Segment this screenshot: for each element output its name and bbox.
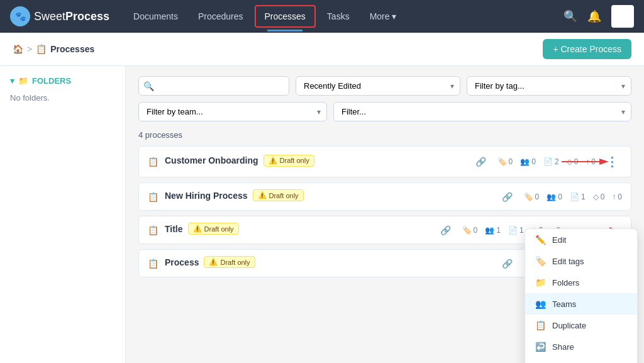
arrow-icon: ↑ (612, 193, 616, 201)
main-content: ▾ 📁 FOLDERS No folders. 🔍 Recently Edite… (0, 66, 644, 363)
process-name[interactable]: Title (165, 224, 183, 234)
navbar: 🐾 SweetProcess Documents Procedures Proc… (0, 0, 644, 33)
process-item: 📋 Customer Onboarding ⚠️ Draft only 🔗 🏷️… (138, 146, 631, 177)
tag-stat: 🏷️ 0 (497, 157, 513, 166)
home-icon[interactable]: 🏠 (13, 44, 23, 54)
sort-select-wrap: Recently Edited A-Z Z-A Recently Created… (296, 76, 460, 96)
team-filter-wrap: Filter by team... ▾ (138, 102, 327, 121)
team-icon: 👥 (520, 157, 530, 166)
team-stat: 👥 0 (520, 157, 536, 166)
process-name-row: Customer Onboarding ⚠️ Draft only (165, 155, 469, 167)
tag-filter-select[interactable]: Filter by tag... (467, 76, 631, 96)
dropdown-item-edit[interactable]: ✏️ Edit (525, 229, 637, 250)
chevron-down-icon: ▾ (10, 76, 14, 86)
no-folders-label: No folders. (10, 91, 115, 105)
share-icon: ↩️ (535, 342, 546, 352)
dropdown-item-folders[interactable]: 📁 Folders (525, 272, 637, 293)
draft-badge: ⚠️ Draft only (253, 189, 304, 201)
context-dropdown-menu: ✏️ Edit 🏷️ Edit tags 📁 Folders 👥 Teams 📋… (525, 228, 638, 363)
search-wrap: 🔍 (138, 76, 289, 96)
nav-item-procedures[interactable]: Procedures (189, 6, 252, 26)
process-doc-icon: 📋 (148, 259, 158, 269)
process-name-row: Title ⚠️ Draft only (165, 223, 434, 235)
process-name-row: New Hiring Process ⚠️ Draft only (165, 189, 496, 201)
diamond-icon: ◇ (593, 193, 599, 201)
sort-select[interactable]: Recently Edited A-Z Z-A Recently Created (296, 76, 460, 96)
dropdown-label-teams: Teams (552, 299, 576, 309)
red-arrow-indicator (562, 155, 612, 168)
team-icon: 👥 (485, 226, 494, 235)
process-count: 4 processes (138, 130, 631, 140)
sidebar-folders-header[interactable]: ▾ 📁 FOLDERS (10, 76, 115, 86)
step-icon: 📄 (570, 193, 579, 201)
search-input[interactable] (138, 76, 289, 96)
search-icon-button[interactable]: 🔍 (564, 9, 577, 23)
draft-badge: ⚠️ Draft only (204, 256, 255, 268)
process-stats: 🏷️ 0 👥 0 📄 1 ◇ 0 ↑ 0 (524, 193, 622, 201)
process-doc-icon: 📋 (148, 157, 158, 167)
edit-icon: ✏️ (535, 235, 546, 245)
process-name[interactable]: New Hiring Process (165, 191, 248, 201)
dropdown-item-duplicate[interactable]: 📋 Duplicate (525, 315, 637, 336)
warning-icon: ⚠️ (269, 157, 277, 165)
link-icon[interactable]: 🔗 (502, 192, 513, 202)
tag-stat: 🏷️ 0 (462, 226, 478, 235)
nav-item-tasks[interactable]: Tasks (318, 6, 358, 26)
team-icon: 👥 (547, 193, 556, 201)
step-icon: 📄 (543, 157, 553, 166)
page-icon: 📋 (36, 44, 47, 54)
create-process-button[interactable]: + Create Process (543, 39, 631, 59)
process-name[interactable]: Process (165, 257, 199, 267)
edit-tags-icon: 🏷️ (535, 256, 546, 266)
warning-icon: ⚠️ (193, 225, 202, 233)
dropdown-label-share: Share (552, 342, 574, 352)
dropdown-item-share[interactable]: ↩️ Share (525, 336, 637, 357)
process-info: Customer Onboarding ⚠️ Draft only (165, 155, 469, 169)
dropdown-item-teams[interactable]: 👥 Teams (525, 293, 637, 315)
step-stat: 📄 2 (543, 157, 559, 166)
process-area: 🔍 Recently Edited A-Z Z-A Recently Creat… (126, 66, 644, 363)
process-name-row: Process ⚠️ Draft only (165, 256, 496, 268)
brand-icon: 🐾 (10, 6, 30, 26)
tag-icon: 🏷️ (497, 157, 507, 166)
diamond-stat: ◇ 0 (593, 193, 605, 201)
draft-badge: ⚠️ Draft only (264, 155, 314, 167)
link-icon[interactable]: 🔗 (475, 157, 486, 167)
dropdown-label-edit-tags: Edit tags (552, 257, 584, 266)
nav-item-processes[interactable]: Processes (255, 5, 316, 28)
arrow-stat: ↑ 0 (612, 193, 622, 201)
dropdown-item-assign-as-task[interactable]: ☑️ Assign as Task (525, 357, 637, 363)
process-info: New Hiring Process ⚠️ Draft only (165, 189, 496, 204)
nav-right: 🔍 🔔 (564, 5, 634, 28)
search-icon: 🔍 (143, 81, 154, 91)
tag-icon: 🏷️ (524, 193, 533, 201)
team-filter-select[interactable]: Filter by team... (138, 102, 327, 121)
warning-icon: ⚠️ (258, 191, 267, 199)
breadcrumb-current: 📋 Processes (36, 44, 94, 54)
nav-item-more[interactable]: More ▾ (361, 6, 406, 26)
notifications-icon-button[interactable]: 🔔 (587, 9, 601, 23)
tag-icon: 🏷️ (462, 226, 472, 235)
process-info: Title ⚠️ Draft only (165, 223, 434, 237)
process-info: Process ⚠️ Draft only (165, 256, 496, 271)
draft-badge: ⚠️ Draft only (188, 223, 239, 235)
dropdown-item-edit-tags[interactable]: 🏷️ Edit tags (525, 250, 637, 272)
process-name[interactable]: Customer Onboarding (165, 155, 258, 165)
brand-logo[interactable]: 🐾 SweetProcess (10, 6, 109, 26)
team-stat: 👥 0 (547, 193, 562, 201)
tag-stat: 🏷️ 0 (524, 193, 540, 201)
nav-item-documents[interactable]: Documents (125, 6, 187, 26)
svg-marker-1 (599, 159, 609, 165)
teams-icon: 👥 (535, 299, 546, 309)
nav-items: Documents Procedures Processes Tasks Mor… (125, 5, 564, 28)
link-icon[interactable]: 🔗 (440, 225, 451, 235)
process-doc-icon: 📋 (148, 225, 158, 235)
dropdown-label-duplicate: Duplicate (552, 321, 586, 330)
warning-icon: ⚠️ (209, 258, 218, 266)
link-icon[interactable]: 🔗 (502, 259, 513, 269)
tag-filter-wrap: Filter by tag... ▾ (467, 76, 631, 96)
folder-icon: 📁 (18, 76, 28, 86)
user-avatar[interactable] (611, 5, 634, 28)
breadcrumb-sep: > (27, 44, 32, 54)
status-filter-select[interactable]: Filter... (333, 102, 631, 121)
